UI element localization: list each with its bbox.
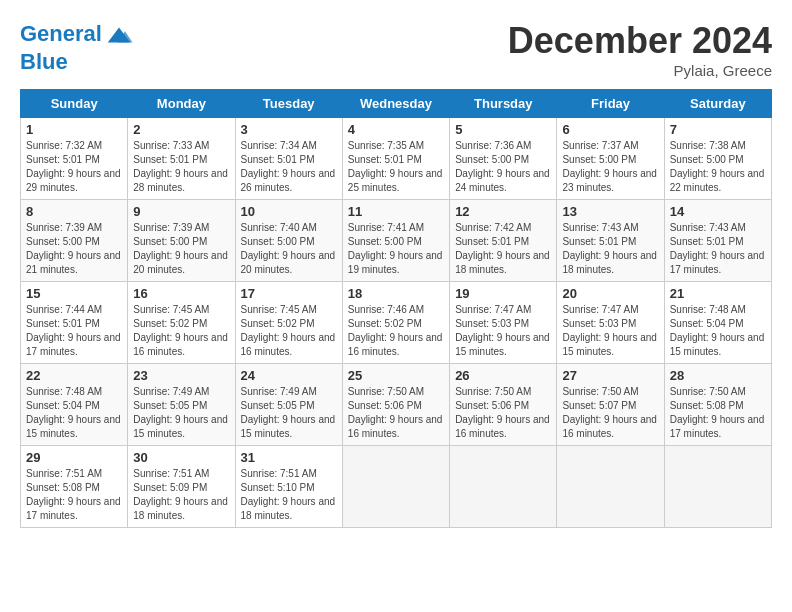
calendar-cell: 18 Sunrise: 7:46 AMSunset: 5:02 PMDaylig… [342, 282, 449, 364]
day-number: 23 [133, 368, 229, 383]
day-info: Sunrise: 7:50 AMSunset: 5:07 PMDaylight:… [562, 385, 658, 441]
day-number: 29 [26, 450, 122, 465]
day-header-thursday: Thursday [450, 90, 557, 118]
logo: General Blue [20, 20, 134, 74]
day-number: 5 [455, 122, 551, 137]
day-info: Sunrise: 7:35 AMSunset: 5:01 PMDaylight:… [348, 139, 444, 195]
logo-icon [104, 20, 134, 50]
day-header-saturday: Saturday [664, 90, 771, 118]
day-number: 17 [241, 286, 337, 301]
day-info: Sunrise: 7:49 AMSunset: 5:05 PMDaylight:… [133, 385, 229, 441]
calendar-cell: 10 Sunrise: 7:40 AMSunset: 5:00 PMDaylig… [235, 200, 342, 282]
day-number: 12 [455, 204, 551, 219]
day-info: Sunrise: 7:41 AMSunset: 5:00 PMDaylight:… [348, 221, 444, 277]
calendar-cell: 3 Sunrise: 7:34 AMSunset: 5:01 PMDayligh… [235, 118, 342, 200]
day-info: Sunrise: 7:51 AMSunset: 5:08 PMDaylight:… [26, 467, 122, 523]
day-info: Sunrise: 7:51 AMSunset: 5:10 PMDaylight:… [241, 467, 337, 523]
day-number: 15 [26, 286, 122, 301]
calendar-cell: 7 Sunrise: 7:38 AMSunset: 5:00 PMDayligh… [664, 118, 771, 200]
day-number: 26 [455, 368, 551, 383]
day-number: 4 [348, 122, 444, 137]
calendar-cell: 26 Sunrise: 7:50 AMSunset: 5:06 PMDaylig… [450, 364, 557, 446]
day-info: Sunrise: 7:47 AMSunset: 5:03 PMDaylight:… [455, 303, 551, 359]
calendar-cell: 11 Sunrise: 7:41 AMSunset: 5:00 PMDaylig… [342, 200, 449, 282]
day-info: Sunrise: 7:48 AMSunset: 5:04 PMDaylight:… [670, 303, 766, 359]
day-number: 27 [562, 368, 658, 383]
calendar-cell: 13 Sunrise: 7:43 AMSunset: 5:01 PMDaylig… [557, 200, 664, 282]
day-info: Sunrise: 7:38 AMSunset: 5:00 PMDaylight:… [670, 139, 766, 195]
day-number: 21 [670, 286, 766, 301]
week-row-2: 8 Sunrise: 7:39 AMSunset: 5:00 PMDayligh… [21, 200, 772, 282]
calendar-cell: 17 Sunrise: 7:45 AMSunset: 5:02 PMDaylig… [235, 282, 342, 364]
day-info: Sunrise: 7:46 AMSunset: 5:02 PMDaylight:… [348, 303, 444, 359]
day-number: 20 [562, 286, 658, 301]
week-row-1: 1 Sunrise: 7:32 AMSunset: 5:01 PMDayligh… [21, 118, 772, 200]
day-number: 22 [26, 368, 122, 383]
day-number: 2 [133, 122, 229, 137]
day-info: Sunrise: 7:36 AMSunset: 5:00 PMDaylight:… [455, 139, 551, 195]
calendar-cell: 22 Sunrise: 7:48 AMSunset: 5:04 PMDaylig… [21, 364, 128, 446]
logo-text: General [20, 20, 134, 50]
calendar-cell: 4 Sunrise: 7:35 AMSunset: 5:01 PMDayligh… [342, 118, 449, 200]
day-number: 18 [348, 286, 444, 301]
day-info: Sunrise: 7:39 AMSunset: 5:00 PMDaylight:… [26, 221, 122, 277]
day-info: Sunrise: 7:50 AMSunset: 5:06 PMDaylight:… [455, 385, 551, 441]
calendar-table: SundayMondayTuesdayWednesdayThursdayFrid… [20, 89, 772, 528]
day-number: 13 [562, 204, 658, 219]
calendar-cell: 1 Sunrise: 7:32 AMSunset: 5:01 PMDayligh… [21, 118, 128, 200]
calendar-cell: 30 Sunrise: 7:51 AMSunset: 5:09 PMDaylig… [128, 446, 235, 528]
calendar-cell: 8 Sunrise: 7:39 AMSunset: 5:00 PMDayligh… [21, 200, 128, 282]
day-number: 25 [348, 368, 444, 383]
location: Pylaia, Greece [508, 62, 772, 79]
day-info: Sunrise: 7:45 AMSunset: 5:02 PMDaylight:… [133, 303, 229, 359]
day-info: Sunrise: 7:37 AMSunset: 5:00 PMDaylight:… [562, 139, 658, 195]
calendar-cell: 16 Sunrise: 7:45 AMSunset: 5:02 PMDaylig… [128, 282, 235, 364]
day-number: 1 [26, 122, 122, 137]
day-info: Sunrise: 7:43 AMSunset: 5:01 PMDaylight:… [562, 221, 658, 277]
day-headers-row: SundayMondayTuesdayWednesdayThursdayFrid… [21, 90, 772, 118]
day-info: Sunrise: 7:49 AMSunset: 5:05 PMDaylight:… [241, 385, 337, 441]
calendar-cell: 15 Sunrise: 7:44 AMSunset: 5:01 PMDaylig… [21, 282, 128, 364]
title-block: December 2024 Pylaia, Greece [508, 20, 772, 79]
calendar-cell: 5 Sunrise: 7:36 AMSunset: 5:00 PMDayligh… [450, 118, 557, 200]
calendar-cell: 20 Sunrise: 7:47 AMSunset: 5:03 PMDaylig… [557, 282, 664, 364]
calendar-cell: 24 Sunrise: 7:49 AMSunset: 5:05 PMDaylig… [235, 364, 342, 446]
calendar-cell: 2 Sunrise: 7:33 AMSunset: 5:01 PMDayligh… [128, 118, 235, 200]
day-number: 28 [670, 368, 766, 383]
day-number: 16 [133, 286, 229, 301]
calendar-cell: 23 Sunrise: 7:49 AMSunset: 5:05 PMDaylig… [128, 364, 235, 446]
logo-text-blue: Blue [20, 50, 134, 74]
calendar-cell [450, 446, 557, 528]
day-info: Sunrise: 7:50 AMSunset: 5:06 PMDaylight:… [348, 385, 444, 441]
day-info: Sunrise: 7:51 AMSunset: 5:09 PMDaylight:… [133, 467, 229, 523]
day-info: Sunrise: 7:47 AMSunset: 5:03 PMDaylight:… [562, 303, 658, 359]
day-header-monday: Monday [128, 90, 235, 118]
week-row-5: 29 Sunrise: 7:51 AMSunset: 5:08 PMDaylig… [21, 446, 772, 528]
day-number: 31 [241, 450, 337, 465]
day-number: 19 [455, 286, 551, 301]
calendar-cell [342, 446, 449, 528]
day-info: Sunrise: 7:42 AMSunset: 5:01 PMDaylight:… [455, 221, 551, 277]
day-number: 14 [670, 204, 766, 219]
day-header-friday: Friday [557, 90, 664, 118]
day-info: Sunrise: 7:48 AMSunset: 5:04 PMDaylight:… [26, 385, 122, 441]
day-info: Sunrise: 7:39 AMSunset: 5:00 PMDaylight:… [133, 221, 229, 277]
calendar-cell [557, 446, 664, 528]
day-info: Sunrise: 7:34 AMSunset: 5:01 PMDaylight:… [241, 139, 337, 195]
day-info: Sunrise: 7:50 AMSunset: 5:08 PMDaylight:… [670, 385, 766, 441]
day-header-sunday: Sunday [21, 90, 128, 118]
month-title: December 2024 [508, 20, 772, 62]
calendar-cell: 25 Sunrise: 7:50 AMSunset: 5:06 PMDaylig… [342, 364, 449, 446]
day-number: 30 [133, 450, 229, 465]
calendar-cell: 14 Sunrise: 7:43 AMSunset: 5:01 PMDaylig… [664, 200, 771, 282]
day-info: Sunrise: 7:32 AMSunset: 5:01 PMDaylight:… [26, 139, 122, 195]
day-info: Sunrise: 7:44 AMSunset: 5:01 PMDaylight:… [26, 303, 122, 359]
day-number: 10 [241, 204, 337, 219]
day-info: Sunrise: 7:40 AMSunset: 5:00 PMDaylight:… [241, 221, 337, 277]
day-number: 7 [670, 122, 766, 137]
calendar-cell: 31 Sunrise: 7:51 AMSunset: 5:10 PMDaylig… [235, 446, 342, 528]
calendar-cell: 12 Sunrise: 7:42 AMSunset: 5:01 PMDaylig… [450, 200, 557, 282]
day-number: 6 [562, 122, 658, 137]
calendar-cell: 9 Sunrise: 7:39 AMSunset: 5:00 PMDayligh… [128, 200, 235, 282]
day-number: 11 [348, 204, 444, 219]
